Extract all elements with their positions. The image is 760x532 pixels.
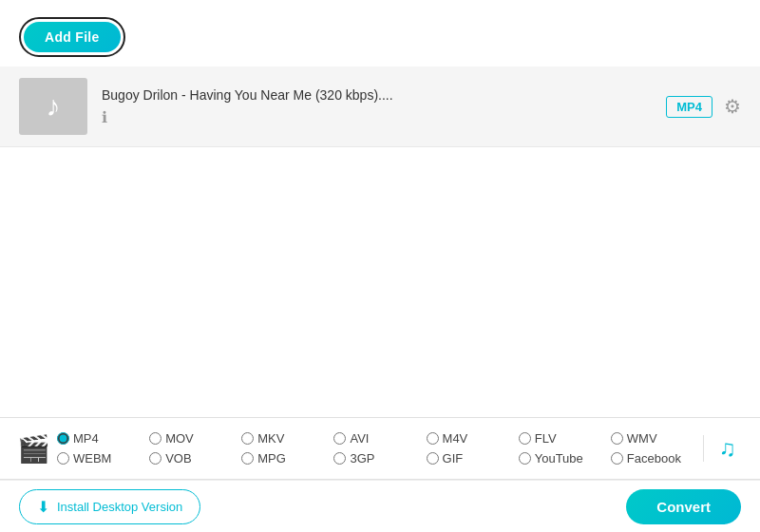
radio-mp4[interactable]	[57, 432, 69, 445]
label-vob: VOB	[165, 451, 191, 466]
format-option-webm[interactable]: WEBM	[57, 451, 149, 466]
label-gif: GIF	[443, 451, 464, 466]
file-info: Bugoy Drilon - Having You Near Me (320 k…	[87, 87, 666, 126]
music-icon: ♫	[719, 435, 736, 462]
file-thumbnail: ♪	[19, 78, 87, 135]
radio-webm[interactable]	[57, 452, 69, 465]
label-webm: WEBM	[73, 451, 111, 466]
radio-facebook[interactable]	[611, 452, 623, 465]
info-icon[interactable]: ℹ	[102, 109, 107, 125]
radio-flv[interactable]	[519, 432, 531, 445]
settings-icon[interactable]: ⚙	[724, 95, 741, 118]
radio-youtube[interactable]	[519, 452, 531, 465]
format-option-facebook[interactable]: Facebook	[611, 451, 703, 466]
install-label: Install Desktop Version	[57, 500, 182, 514]
radio-mpg[interactable]	[241, 452, 254, 465]
label-mp4: MP4	[73, 431, 99, 446]
film-icon-wrapper: 🎬	[10, 433, 57, 465]
add-file-button[interactable]: Add File	[24, 22, 121, 52]
radio-vob[interactable]	[149, 452, 162, 465]
label-m4v: M4V	[443, 431, 468, 446]
file-item: ♪ Bugoy Drilon - Having You Near Me (320…	[0, 66, 760, 147]
format-options: MP4MOVMKVAVIM4VFLVWMVWEBMVOBMPG3GPGIFYou…	[57, 428, 703, 469]
radio-m4v[interactable]	[427, 432, 439, 445]
radio-wmv[interactable]	[611, 432, 623, 445]
label-wmv: WMV	[627, 431, 657, 446]
format-option-avi[interactable]: AVI	[333, 431, 426, 446]
format-option-vob[interactable]: VOB	[149, 451, 241, 466]
format-option-wmv[interactable]: WMV	[611, 431, 703, 446]
file-actions: MP4 ⚙	[666, 95, 741, 118]
label-mpg: MPG	[257, 451, 286, 466]
convert-button[interactable]: Convert	[626, 489, 741, 524]
format-bar: 🎬 MP4MOVMKVAVIM4VFLVWMVWEBMVOBMPG3GPGIFY…	[0, 417, 760, 480]
format-option-mpg[interactable]: MPG	[241, 451, 333, 466]
header: Add File	[0, 0, 760, 66]
label-mov: MOV	[165, 431, 194, 446]
radio-mkv[interactable]	[241, 432, 254, 445]
file-name: Bugoy Drilon - Having You Near Me (320 k…	[102, 87, 652, 103]
format-option-m4v[interactable]: M4V	[427, 431, 519, 446]
radio-gif[interactable]	[427, 452, 439, 465]
footer: ⬇ Install Desktop Version Convert	[0, 480, 760, 532]
format-option-youtube[interactable]: YouTube	[519, 451, 611, 466]
format-option-3gp[interactable]: 3GP	[333, 451, 426, 466]
label-youtube: YouTube	[535, 451, 583, 466]
music-icon-right: ♫	[703, 435, 750, 462]
label-mkv: MKV	[257, 431, 284, 446]
music-note-icon: ♪	[47, 90, 61, 123]
install-button[interactable]: ⬇ Install Desktop Version	[19, 489, 200, 524]
add-file-wrapper: Add File	[19, 17, 125, 57]
label-avi: AVI	[350, 431, 369, 446]
label-3gp: 3GP	[350, 451, 374, 466]
label-flv: FLV	[535, 431, 557, 446]
main-content	[0, 147, 760, 375]
format-badge: MP4	[666, 96, 712, 118]
format-option-flv[interactable]: FLV	[519, 431, 611, 446]
format-option-mkv[interactable]: MKV	[241, 431, 333, 446]
format-option-mp4[interactable]: MP4	[57, 431, 149, 446]
label-facebook: Facebook	[627, 451, 681, 466]
format-option-mov[interactable]: MOV	[149, 431, 241, 446]
radio-avi[interactable]	[333, 432, 346, 445]
film-icon: 🎬	[17, 433, 50, 465]
download-icon: ⬇	[37, 498, 49, 516]
format-option-gif[interactable]: GIF	[427, 451, 519, 466]
radio-3gp[interactable]	[333, 452, 346, 465]
file-list: ♪ Bugoy Drilon - Having You Near Me (320…	[0, 66, 760, 147]
radio-mov[interactable]	[149, 432, 162, 445]
